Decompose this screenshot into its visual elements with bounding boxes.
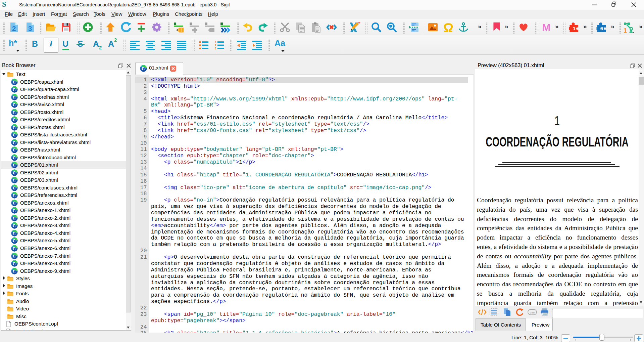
svg-text:3: 3 bbox=[28, 25, 32, 32]
svg-text:6: 6 bbox=[600, 26, 603, 31]
svg-text:M: M bbox=[542, 22, 551, 33]
svg-text:3: 3 bbox=[215, 47, 216, 50]
svg-text:1: 1 bbox=[573, 26, 576, 31]
svg-text:2: 2 bbox=[12, 25, 16, 32]
svg-text:2: 2 bbox=[215, 44, 216, 47]
svg-text:1: 1 bbox=[624, 27, 627, 33]
svg-text:css: css bbox=[530, 311, 535, 314]
